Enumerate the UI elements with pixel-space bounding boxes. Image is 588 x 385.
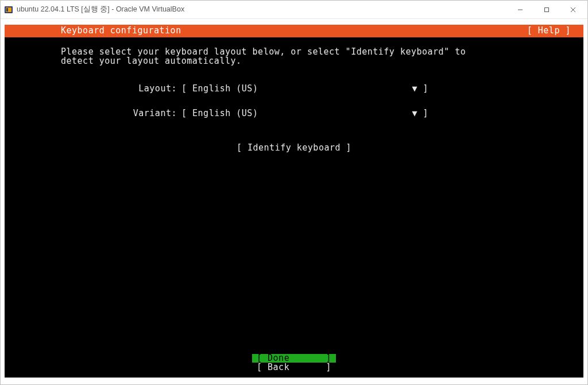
virtualbox-icon: [4, 5, 13, 14]
vm-viewport: Keyboard configuration [ Help ] Please s…: [1, 19, 587, 384]
layout-value: English (US): [192, 84, 258, 94]
installer-title: Keyboard configuration: [5, 26, 181, 36]
bracket-open: [: [181, 109, 192, 118]
virtualbox-window: ubuntu 22.04.1 LTS [실행 중] - Oracle VM Vi…: [0, 0, 588, 385]
help-button[interactable]: [ Help ]: [527, 26, 583, 36]
ubuntu-installer-screen: Keyboard configuration [ Help ] Please s…: [5, 25, 583, 378]
close-button[interactable]: [560, 1, 586, 18]
installer-footer: [ Done] [ Back]: [5, 354, 583, 374]
minimize-button[interactable]: [507, 1, 533, 18]
window-control-buttons: [507, 1, 586, 18]
chevron-down-icon: ▼: [412, 84, 417, 94]
bracket-close: ]: [417, 84, 428, 94]
installer-header: Keyboard configuration [ Help ]: [5, 25, 583, 37]
window-titlebar: ubuntu 22.04.1 LTS [실행 중] - Oracle VM Vi…: [1, 1, 587, 19]
layout-dropdown[interactable]: [ English (US) ▼ ]: [181, 84, 428, 94]
window-title: ubuntu 22.04.1 LTS [실행 중] - Oracle VM Vi…: [17, 5, 184, 14]
layout-row: Layout: [ English (US) ▼ ]: [61, 84, 527, 94]
back-button[interactable]: [ Back]: [252, 363, 336, 372]
variant-row: Variant: [ English (US) ▼ ]: [61, 109, 527, 118]
svg-rect-4: [545, 7, 549, 11]
identify-row: [ Identify keyboard ]: [61, 144, 527, 153]
maximize-button[interactable]: [533, 1, 560, 18]
variant-dropdown[interactable]: [ English (US) ▼ ]: [181, 109, 428, 118]
bracket-close: ]: [417, 109, 428, 118]
layout-label: Layout:: [61, 84, 181, 94]
installer-body: Please select your keyboard layout below…: [5, 37, 583, 153]
identify-keyboard-button[interactable]: [ Identify keyboard ]: [237, 143, 351, 153]
chevron-down-icon: ▼: [412, 109, 417, 118]
instruction-text: Please select your keyboard layout below…: [61, 48, 527, 66]
svg-rect-2: [6, 8, 8, 11]
variant-value: English (US): [192, 109, 258, 118]
variant-label: Variant:: [61, 109, 181, 118]
bracket-open: [: [181, 84, 192, 94]
done-button[interactable]: [ Done]: [252, 354, 336, 363]
